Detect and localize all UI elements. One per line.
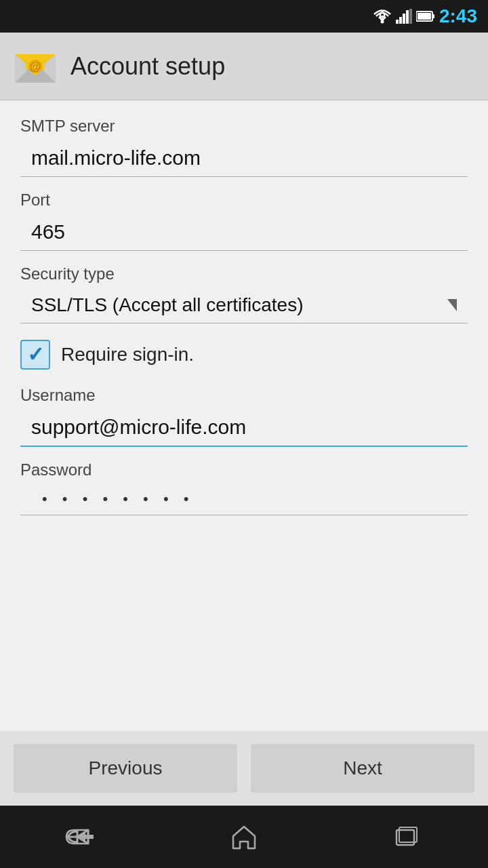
chevron-down-icon — [447, 299, 457, 311]
main-content: SMTP server Port Security type SSL/TLS (… — [0, 100, 488, 731]
home-icon — [230, 824, 258, 850]
wifi-icon — [373, 9, 392, 24]
next-button[interactable]: Next — [251, 744, 474, 793]
smtp-server-label: SMTP server — [20, 117, 468, 136]
recents-button[interactable] — [380, 816, 434, 857]
svg-rect-8 — [418, 13, 431, 20]
require-signin-label: Require sign-in. — [61, 344, 194, 366]
smtp-server-input[interactable] — [20, 141, 468, 177]
password-dots: • • • • • • • • — [31, 485, 205, 514]
app-icon: @ — [14, 49, 57, 84]
svg-rect-4 — [406, 10, 409, 24]
battery-icon — [416, 10, 435, 22]
home-button[interactable] — [217, 816, 271, 857]
security-type-value: SSL/TLS (Accept all certificates) — [31, 294, 442, 316]
password-label: Password — [20, 460, 468, 479]
security-type-label: Security type — [20, 264, 468, 283]
port-input[interactable] — [20, 215, 468, 251]
checkmark-icon: ✓ — [27, 344, 44, 365]
status-time: 2:43 — [439, 5, 477, 27]
require-signin-row[interactable]: ✓ Require sign-in. — [20, 340, 468, 370]
svg-rect-3 — [403, 14, 405, 24]
svg-rect-5 — [409, 9, 412, 24]
svg-point-0 — [380, 20, 384, 24]
svg-rect-7 — [432, 14, 434, 18]
page-title: Account setup — [70, 52, 225, 81]
previous-button[interactable]: Previous — [14, 744, 237, 793]
username-input[interactable] — [20, 410, 468, 447]
buttons-area: Previous Next — [0, 731, 488, 806]
svg-rect-2 — [399, 17, 402, 24]
svg-rect-1 — [396, 20, 399, 24]
nav-bar — [0, 806, 488, 868]
status-bar: 2:43 — [0, 0, 488, 33]
require-signin-checkbox[interactable]: ✓ — [20, 340, 50, 370]
back-button[interactable] — [54, 816, 108, 857]
status-icons: 2:43 — [373, 5, 477, 27]
signal-icon — [396, 9, 412, 24]
app-header: @ Account setup — [0, 33, 488, 100]
back-arrow-icon — [65, 826, 98, 848]
security-type-dropdown[interactable]: SSL/TLS (Accept all certificates) — [20, 289, 468, 323]
svg-text:@: @ — [30, 61, 41, 73]
username-label: Username — [20, 386, 468, 405]
port-label: Port — [20, 191, 468, 210]
recents-icon — [394, 825, 420, 849]
